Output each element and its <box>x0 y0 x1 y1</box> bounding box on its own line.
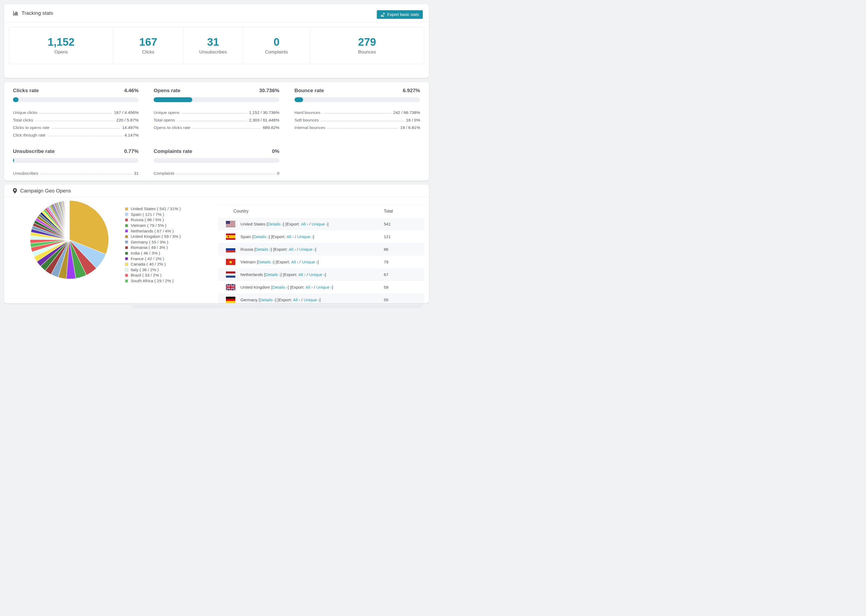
closing-bracket: ] <box>327 222 328 226</box>
legend-item-spain[interactable]: Spain ( 121 / 7% ) <box>125 212 181 217</box>
legend-item-russia[interactable]: Russia ( 86 / 5% ) <box>125 217 181 223</box>
closing-bracket: ] <box>325 272 326 277</box>
rate-metric-row: Total opens2,303 / 61.446% <box>154 115 279 123</box>
metric-value: 242 / 86.738% <box>393 110 420 115</box>
geo-country-table: Country Total United States [Details ›] … <box>218 204 424 303</box>
export-unique-link[interactable]: Unique › <box>309 272 325 277</box>
tracking-stats-card: Tracking stats Export basic stats 1,152O… <box>4 4 429 78</box>
dotted-leader <box>39 113 112 114</box>
closing-bracket: ] <box>332 285 333 290</box>
metric-value: 19 / 6.81% <box>400 125 420 130</box>
country-name: Vietnam <box>241 259 257 264</box>
legend-label: Vietnam ( 79 / 5% ) <box>131 223 166 228</box>
metric-label: Unique clicks <box>13 110 38 115</box>
export-all-link[interactable]: All › <box>287 234 294 239</box>
metric-value: 4.147% <box>124 133 139 138</box>
export-all-link[interactable]: All › <box>298 272 305 277</box>
export-bracket: ] [Export: <box>271 247 288 252</box>
country-name: Spain <box>241 234 252 239</box>
legend-item-netherlands[interactable]: Netherlands ( 67 / 4% ) <box>125 228 181 234</box>
legend-color-chip <box>125 268 128 272</box>
stat-value: 167 <box>139 36 157 47</box>
rate-block: Bounce rate6.927%Hard bounces242 / 86.73… <box>294 88 420 138</box>
dotted-leader <box>47 136 122 136</box>
export-all-link[interactable]: All › <box>288 247 296 252</box>
rate-metric-row: Soft bounces18 / 0% <box>294 115 420 123</box>
legend-color-chip <box>125 273 128 277</box>
legend-color-chip <box>125 212 128 216</box>
export-all-link[interactable]: All › <box>293 297 301 302</box>
legend-item-south-africa[interactable]: South Africa ( 29 / 2% ) <box>125 278 181 284</box>
country-name: United States <box>241 222 266 226</box>
export-bracket: ] [Export: <box>269 234 287 239</box>
rate-progress-track <box>13 158 139 163</box>
rate-metric-row: Total clicks220 / 5.87% <box>13 115 139 123</box>
legend-item-brazil[interactable]: Brazil ( 33 / 2% ) <box>125 272 181 278</box>
country-name: Russia <box>241 247 254 252</box>
export-all-link[interactable]: All › <box>301 222 308 226</box>
export-basic-stats-button[interactable]: Export basic stats <box>377 10 423 19</box>
metric-label: Unique opens <box>154 110 179 115</box>
legend-label: Italy ( 36 / 2% ) <box>131 267 159 272</box>
export-icon <box>381 13 385 17</box>
details-link[interactable]: Details › <box>260 297 275 302</box>
legend-item-united-states[interactable]: United States ( 541 / 31% ) <box>125 206 181 212</box>
rate-progress-track <box>154 158 279 163</box>
pie-slice-other[interactable] <box>69 201 69 240</box>
map-pin-icon <box>13 188 17 193</box>
closing-bracket: ] <box>320 297 321 302</box>
export-unique-link[interactable]: Unique › <box>302 259 318 264</box>
metric-label: Complaints <box>154 171 175 176</box>
legend-item-italy[interactable]: Italy ( 36 / 2% ) <box>125 267 181 273</box>
rate-metric-row: Clicks to opens rate14.497% <box>13 123 139 130</box>
country-name: Germany <box>241 297 259 302</box>
legend-item-india[interactable]: India ( 46 / 3% ) <box>125 250 181 256</box>
export-all-link[interactable]: All › <box>291 259 298 264</box>
stat-label: Unsubscribes <box>199 49 227 55</box>
metric-value: 689.82% <box>263 125 279 130</box>
rate-block: Opens rate30.736%Unique opens1,152 / 30.… <box>154 88 279 138</box>
details-link[interactable]: Details › <box>268 222 283 226</box>
legend-color-chip <box>125 207 128 211</box>
rate-title: Opens rate <box>154 88 180 94</box>
legend-label: Netherlands ( 67 / 4% ) <box>131 229 173 234</box>
us-flag-icon <box>226 221 235 227</box>
details-link[interactable]: Details › <box>254 234 269 239</box>
legend-label: South Africa ( 29 / 2% ) <box>131 278 173 283</box>
export-unique-link[interactable]: Unique › <box>297 234 313 239</box>
export-unique-link[interactable]: Unique › <box>299 247 315 252</box>
metric-label: Soft bounces <box>294 118 319 123</box>
legend-label: France ( 42 / 2% ) <box>131 256 164 261</box>
rate-title: Clicks rate <box>13 88 39 94</box>
pie-legend: United States ( 541 / 31% )Spain ( 121 /… <box>125 206 181 284</box>
geo-table-row-spain: Spain [Details ›] [Export: All › / Uniqu… <box>218 230 424 243</box>
details-link[interactable]: Details › <box>272 285 288 290</box>
country-column-header: Country <box>218 209 384 214</box>
country-total: 86 <box>384 247 424 252</box>
legend-color-chip <box>125 246 128 250</box>
dotted-leader <box>177 174 275 174</box>
country-total: 79 <box>384 259 424 264</box>
legend-label: Germany ( 55 / 3% ) <box>131 240 168 245</box>
legend-item-vietnam[interactable]: Vietnam ( 79 / 5% ) <box>125 223 181 228</box>
details-link[interactable]: Details › <box>255 247 271 252</box>
export-unique-link[interactable]: Unique › <box>312 222 328 226</box>
export-unique-link[interactable]: Unique › <box>316 285 332 290</box>
geo-title: Campaign Geo Opens <box>13 188 71 194</box>
export-all-link[interactable]: All › <box>305 285 313 290</box>
legend-item-france[interactable]: France ( 42 / 2% ) <box>125 256 181 261</box>
rate-metric-row: Hard bounces242 / 86.738% <box>294 107 420 115</box>
legend-label: Spain ( 121 / 7% ) <box>131 212 164 217</box>
legend-item-romania[interactable]: Romania ( 49 / 3% ) <box>125 245 181 250</box>
legend-item-canada[interactable]: Canada ( 40 / 2% ) <box>125 261 181 267</box>
rate-progress-fill <box>294 97 303 102</box>
stat-value: 0 <box>274 36 279 47</box>
rate-progress-track <box>294 97 420 102</box>
legend-item-germany[interactable]: Germany ( 55 / 3% ) <box>125 239 181 245</box>
below-fold-element-edge <box>132 305 422 308</box>
metric-label: Total clicks <box>13 118 33 123</box>
details-link[interactable]: Details › <box>265 272 280 277</box>
legend-item-united-kingdom[interactable]: United Kingdom ( 59 / 3% ) <box>125 234 181 239</box>
details-link[interactable]: Details › <box>258 259 273 264</box>
export-unique-link[interactable]: Unique › <box>304 297 320 302</box>
